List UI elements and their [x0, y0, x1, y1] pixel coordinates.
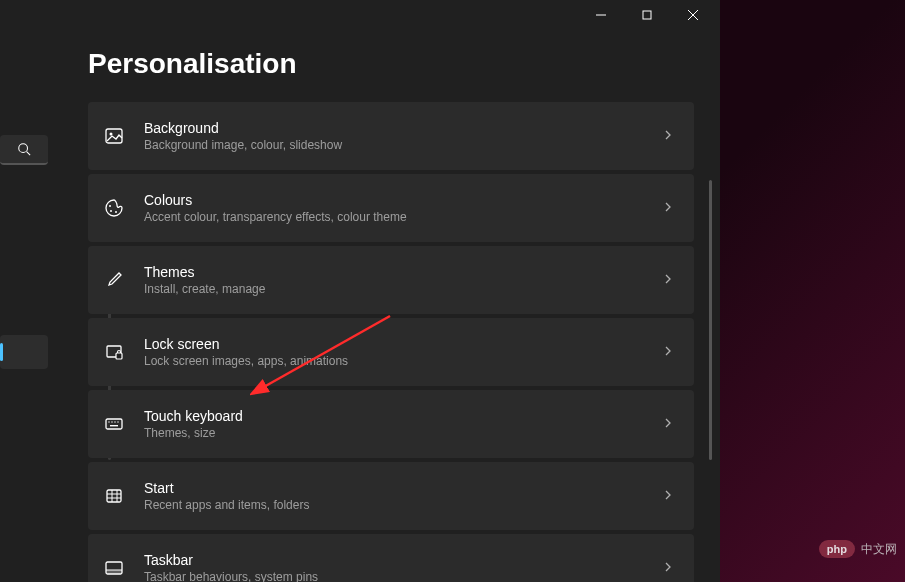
setting-row-start[interactable]: Start Recent apps and items, folders	[88, 462, 694, 530]
svg-rect-13	[106, 419, 122, 429]
watermark-badge: php	[819, 540, 855, 558]
chevron-right-icon	[662, 199, 674, 217]
maximize-icon	[642, 10, 652, 20]
svg-line-5	[27, 152, 31, 156]
chevron-right-icon	[662, 487, 674, 505]
svg-rect-1	[643, 11, 651, 19]
row-subtitle: Taskbar behaviours, system pins	[144, 570, 662, 582]
row-subtitle: Themes, size	[144, 426, 662, 440]
svg-point-9	[110, 210, 112, 212]
chevron-right-icon	[662, 127, 674, 145]
setting-row-colours[interactable]: Colours Accent colour, transparency effe…	[88, 174, 694, 242]
lock-icon	[102, 340, 126, 364]
brush-icon	[102, 268, 126, 292]
svg-rect-19	[107, 490, 121, 502]
main-content: Personalisation Background Background im…	[50, 30, 720, 582]
row-subtitle: Lock screen images, apps, animations	[144, 354, 662, 368]
start-icon	[102, 484, 126, 508]
chevron-right-icon	[662, 559, 674, 577]
image-icon	[102, 124, 126, 148]
maximize-button[interactable]	[624, 0, 670, 30]
svg-point-17	[117, 421, 118, 422]
minimize-icon	[596, 10, 606, 20]
window-body: Personalisation Background Background im…	[0, 30, 720, 582]
svg-rect-12	[116, 353, 122, 359]
row-subtitle: Recent apps and items, folders	[144, 498, 662, 512]
setting-row-themes[interactable]: Themes Install, create, manage	[88, 246, 694, 314]
search-icon	[17, 142, 31, 156]
svg-point-15	[111, 421, 112, 422]
setting-row-touchkeyboard[interactable]: Touch keyboard Themes, size	[88, 390, 694, 458]
settings-list: Background Background image, colour, sli…	[88, 102, 694, 582]
row-title: Colours	[144, 192, 662, 208]
svg-point-16	[114, 421, 115, 422]
chevron-right-icon	[662, 271, 674, 289]
svg-point-4	[19, 144, 28, 153]
search-button[interactable]	[0, 135, 48, 165]
setting-row-lockscreen[interactable]: Lock screen Lock screen images, apps, an…	[88, 318, 694, 386]
row-title: Lock screen	[144, 336, 662, 352]
watermark: php 中文网	[819, 540, 897, 558]
svg-point-10	[115, 211, 117, 213]
row-subtitle: Accent colour, transparency effects, col…	[144, 210, 662, 224]
close-button[interactable]	[670, 0, 716, 30]
row-title: Themes	[144, 264, 662, 280]
scrollbar[interactable]	[709, 180, 712, 460]
svg-rect-25	[106, 570, 122, 574]
setting-row-background[interactable]: Background Background image, colour, sli…	[88, 102, 694, 170]
svg-rect-18	[110, 425, 118, 426]
minimize-button[interactable]	[578, 0, 624, 30]
row-title: Background	[144, 120, 662, 136]
chevron-right-icon	[662, 415, 674, 433]
row-title: Start	[144, 480, 662, 496]
svg-point-7	[110, 133, 113, 136]
sidebar	[0, 30, 50, 582]
row-title: Touch keyboard	[144, 408, 662, 424]
chevron-right-icon	[662, 343, 674, 361]
sidebar-item-personalisation[interactable]	[0, 335, 48, 369]
row-title: Taskbar	[144, 552, 662, 568]
keyboard-icon	[102, 412, 126, 436]
watermark-text: 中文网	[861, 541, 897, 558]
taskbar-icon	[102, 556, 126, 580]
setting-row-taskbar[interactable]: Taskbar Taskbar behaviours, system pins	[88, 534, 694, 582]
palette-icon	[102, 196, 126, 220]
titlebar	[0, 0, 720, 30]
row-subtitle: Install, create, manage	[144, 282, 662, 296]
svg-point-8	[109, 205, 111, 207]
close-icon	[688, 10, 698, 20]
settings-window: Personalisation Background Background im…	[0, 0, 720, 582]
page-title: Personalisation	[88, 48, 694, 80]
svg-point-14	[108, 421, 109, 422]
row-subtitle: Background image, colour, slideshow	[144, 138, 662, 152]
